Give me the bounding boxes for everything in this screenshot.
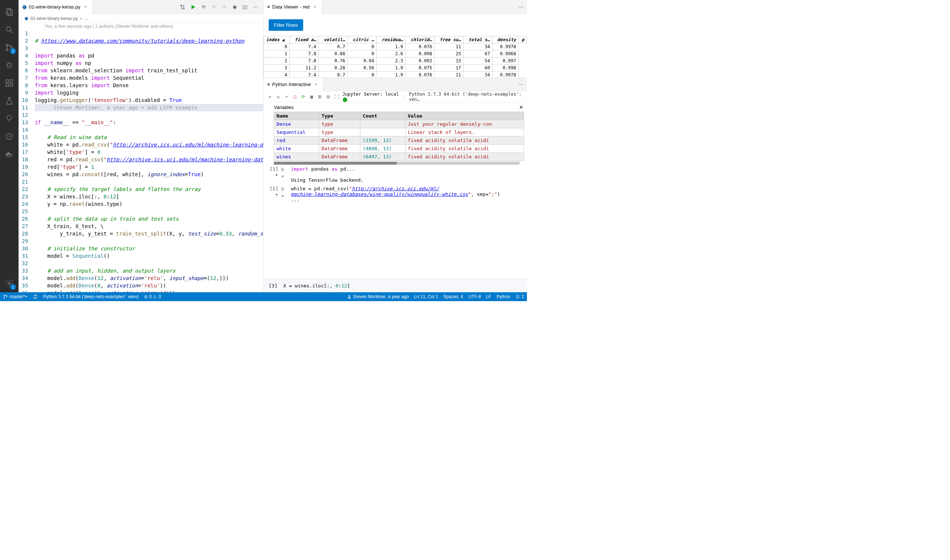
restart-icon[interactable]: ↻ (276, 94, 281, 100)
jupyter-server-label[interactable]: Jupyter Server: local ⬤ (342, 92, 400, 102)
interactive-cell[interactable]: [2] ▸⎘✕white = pd.read_csv("http://archi… (264, 184, 527, 204)
goto-icon[interactable]: ⎘ (281, 186, 288, 192)
code-line[interactable] (35, 208, 263, 215)
code-line[interactable]: model.add(Dense(1, activation='sigmoid')… (35, 289, 263, 292)
variables-table[interactable]: NameTypeCountValueDensetypeJust your reg… (274, 112, 524, 161)
source-control-icon[interactable]: 2 (0, 38, 18, 56)
column-header[interactable]: volatil… (319, 36, 348, 43)
code-line[interactable] (35, 126, 263, 134)
column-header[interactable]: Value (405, 112, 524, 120)
interrupt-icon[interactable]: □ (292, 94, 298, 100)
table-row[interactable]: 47.40.701.90.07611340.9978 (264, 72, 527, 78)
table-row[interactable]: 311.20.280.561.90.07517600.998 (264, 65, 527, 72)
code-line[interactable]: from sklearn.model_selection import trai… (35, 67, 263, 74)
code-line[interactable]: red['type'] = 1 (35, 163, 263, 171)
code-line[interactable] (35, 260, 263, 267)
blame-status[interactable]: Steven Mortimer, a year ago (347, 294, 409, 299)
column-header[interactable]: density (492, 36, 518, 43)
restart-kernel-icon[interactable]: ⟳ (301, 94, 306, 100)
run-cell-icon[interactable]: ◉ (231, 4, 238, 11)
code-line[interactable]: import logging (35, 89, 263, 97)
close-tab-icon[interactable]: × (83, 4, 89, 10)
data-viewer-tab[interactable]: ≡ Data Viewer - red × (264, 0, 322, 14)
code-line[interactable]: y_train, y_test = train_test_split(X, y,… (35, 230, 263, 237)
interactive-tab[interactable]: ≡ Python Interactive × (264, 78, 323, 92)
close-tab-icon[interactable]: × (312, 4, 318, 10)
column-header[interactable]: free su… (435, 36, 464, 43)
code-line[interactable]: white = pd.read_csv("http://archive.ics.… (35, 141, 263, 148)
tree-icon[interactable] (0, 110, 18, 128)
table-row[interactable]: 17.80.8802.60.09825670.9968 (264, 51, 527, 57)
code-line[interactable]: white['type'] = 0 (35, 148, 263, 156)
code-line[interactable]: X_train, X_test, \ (35, 223, 263, 230)
flask-icon[interactable] (0, 92, 18, 110)
debug-icon[interactable] (0, 56, 18, 74)
code-line[interactable]: # https://www.datacamp.com/community/tut… (35, 37, 263, 45)
code-editor[interactable]: 1234567891011121314151617181920212223242… (19, 30, 263, 292)
interpreter-status[interactable]: Python 3.7.3 64-bit ('deep-nets-examples… (43, 294, 139, 299)
search-icon[interactable] (0, 21, 18, 38)
variable-row[interactable]: SequentialtypeLinear stack of layers. (274, 128, 524, 137)
code-line[interactable] (35, 30, 263, 37)
eol-status[interactable]: LF (486, 294, 491, 299)
problems-status[interactable]: ⊘0 ⚠0 (144, 294, 161, 299)
authors-codelens[interactable]: You, a few seconds ago | 2 authors (Stev… (19, 23, 263, 30)
code-line[interactable]: # add an input, hidden, and output layer… (35, 267, 263, 274)
notifications-status[interactable]: 2 (515, 294, 524, 299)
code-line[interactable]: # Read in wine data (35, 134, 263, 141)
code-line[interactable]: # initialize the constructor (35, 245, 263, 252)
code-line[interactable] (35, 178, 263, 185)
interactive-input[interactable]: [3] X = wines.iloc[:, 0:12] (264, 279, 527, 292)
code-line[interactable]: Steven Mortimer, a year ago • Add LSTM e… (35, 104, 263, 111)
code-line[interactable]: wines = pd.concat([red, white], ignore_i… (35, 171, 263, 178)
code-line[interactable]: red = pd.read_csv("http://archive.ics.uc… (35, 156, 263, 163)
cancel-icon[interactable]: ✕ (267, 94, 273, 100)
close-tab-icon[interactable]: × (313, 82, 319, 87)
delete-icon[interactable]: ✕ (281, 174, 288, 179)
column-header[interactable]: fixed a… (290, 36, 319, 43)
variable-row[interactable]: DensetypeJust your regular densely-con (274, 120, 524, 128)
column-header[interactable]: Count (360, 112, 405, 120)
spaces-status[interactable]: Spaces: 4 (443, 294, 463, 299)
code-line[interactable]: # split the data up in train and test se… (35, 215, 263, 223)
column-header[interactable]: chlorid… (406, 36, 435, 43)
column-header[interactable]: total s… (464, 36, 492, 43)
compare-icon[interactable] (179, 4, 186, 11)
more-icon[interactable]: ⋯ (515, 4, 527, 10)
column-header[interactable]: residua… (377, 36, 406, 43)
interpreter-label[interactable]: Python 3.7.3 64-bit ('deep-nets-examples… (409, 92, 523, 102)
variable-row[interactable]: whiteDataFrame(4898, 13)fixed acidity vo… (274, 145, 524, 153)
code-line[interactable]: model.add(Dense(8, activation='relu')) (35, 282, 263, 289)
run-icon[interactable] (190, 4, 196, 11)
code-line[interactable]: import numpy as np (35, 59, 263, 67)
filter-rows-button[interactable]: Filter Rows (269, 19, 303, 31)
save-icon[interactable]: 🗎 (317, 94, 323, 100)
code-line[interactable] (35, 237, 263, 245)
settings-gear-icon[interactable]: 1 (0, 274, 18, 292)
code-line[interactable]: from keras.layers import Dense (35, 82, 263, 89)
data-viewer-table[interactable]: index ▲fixed a…volatil…citric …residua…c… (264, 36, 527, 77)
cursor-status[interactable]: Ln 11, Col 1 (414, 294, 438, 299)
close-icon[interactable]: ✕ (519, 105, 523, 110)
language-status[interactable]: Python (497, 294, 510, 299)
column-header[interactable]: index ▲ (264, 36, 290, 43)
branch-status[interactable]: master*+ (3, 294, 28, 299)
column-header[interactable]: p (518, 36, 527, 43)
variables-icon[interactable]: ▦ (309, 94, 315, 100)
step-back-icon[interactable]: ⟲ (210, 4, 217, 11)
column-header[interactable]: Name (274, 112, 319, 120)
variable-row[interactable]: redDataFrame(1599, 13)fixed acidity vola… (274, 137, 524, 145)
delete-icon[interactable]: ✕ (281, 193, 288, 198)
docker-icon[interactable] (0, 145, 18, 163)
code-line[interactable]: y = np.ravel(wines.type) (35, 200, 263, 208)
code-line[interactable]: # specify the target labels and flatten … (35, 185, 263, 193)
table-row[interactable]: 27.80.760.042.30.09215540.997 (264, 57, 527, 65)
code-line[interactable]: model = Sequential() (35, 252, 263, 260)
encoding-status[interactable]: UTF-8 (468, 294, 481, 299)
history-icon[interactable] (0, 128, 18, 145)
goto-icon[interactable]: ⎘ (281, 167, 288, 172)
step-fwd-icon[interactable]: ⟳ (221, 4, 227, 11)
interactive-cell[interactable]: [1] ▸⎘✕import pandas as pd... Using Tens… (264, 165, 527, 184)
column-header[interactable]: citric … (348, 36, 377, 43)
split-icon[interactable]: ▯▯ (242, 4, 248, 11)
